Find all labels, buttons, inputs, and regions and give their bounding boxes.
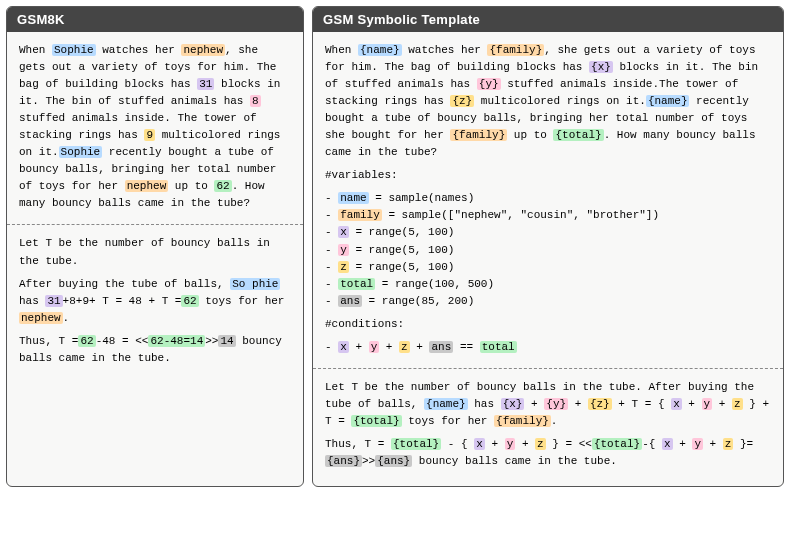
- var-row: - z = range(5, 100): [325, 259, 771, 276]
- text: +: [349, 341, 369, 353]
- variables-header: #variables:: [325, 167, 771, 184]
- text: {: [461, 438, 474, 450]
- var-def: = sample(names): [369, 192, 475, 204]
- text: toys for her: [199, 295, 285, 307]
- hl-y: {y}: [477, 78, 501, 90]
- text: +: [410, 341, 430, 353]
- text: }: [743, 398, 756, 410]
- hl-z: {z}: [588, 398, 612, 410]
- var-def: = sample(["nephew", "cousin", "brother"]…: [382, 209, 659, 221]
- text: When: [19, 44, 52, 56]
- hl-x: x: [662, 438, 673, 450]
- hl-y: {y}: [544, 398, 568, 410]
- hl-y: y: [702, 398, 713, 410]
- var-def: = range(85, 200): [362, 295, 474, 307]
- text: multicolored rings on it.: [474, 95, 646, 107]
- hl-name: {name}: [646, 95, 690, 107]
- symbolic-body: When {name} watches her {family}, she ge…: [313, 32, 783, 368]
- hl-family: {family}: [487, 44, 544, 56]
- var-def: = range(5, 100): [349, 244, 455, 256]
- var-name: name: [338, 192, 368, 204]
- var-def: = range(5, 100): [349, 226, 455, 238]
- text: When: [325, 44, 358, 56]
- hl-family: {family}: [450, 129, 507, 141]
- panel-gsm8k-header: GSM8K: [7, 7, 303, 32]
- hl-y: y: [505, 438, 516, 450]
- text: toys for her: [402, 415, 494, 427]
- panel-symbolic-header: GSM Symbolic Template: [313, 7, 783, 32]
- text: +8+9+ T = 48 + T =: [63, 295, 182, 307]
- solution-line-3: Thus, T =62-48 = <<62-48=14>>14 bouncy b…: [19, 333, 291, 367]
- hl-expr: 62-48=14: [148, 335, 205, 347]
- var-z: z: [338, 261, 349, 273]
- hl-total: {total}: [391, 438, 441, 450]
- hl-y: y: [692, 438, 703, 450]
- text: -48 = <<: [96, 335, 149, 347]
- hl-total: 62: [181, 295, 198, 307]
- text: up to: [168, 180, 214, 192]
- text: }: [733, 438, 746, 450]
- hl-z: z: [399, 341, 410, 353]
- text: =: [747, 438, 754, 450]
- hl-family: nephew: [19, 312, 63, 324]
- hl-total: {total}: [553, 129, 603, 141]
- solution-para-1: Let T be the number of bouncy balls in t…: [325, 379, 771, 430]
- panel-gsm-symbolic: GSM Symbolic Template When {name} watche…: [312, 6, 784, 487]
- hl-total: 62: [78, 335, 95, 347]
- gsm8k-problem: When Sophie watches her nephew, she gets…: [7, 32, 303, 224]
- hl-z: 9: [144, 129, 155, 141]
- condition-row: - x + y + z + ans == total: [325, 339, 771, 356]
- hl-total: total: [480, 341, 517, 353]
- var-row: - name = sample(names): [325, 190, 771, 207]
- hl-x: {x}: [589, 61, 613, 73]
- text: ==: [453, 341, 479, 353]
- var-x: x: [338, 226, 349, 238]
- text: After buying the tube of balls,: [19, 278, 230, 290]
- hl-name: {name}: [424, 398, 468, 410]
- panel-gsm8k: GSM8K When Sophie watches her nephew, sh…: [6, 6, 304, 487]
- hl-x: 31: [45, 295, 62, 307]
- text: -: [441, 438, 461, 450]
- hl-name: {name}: [358, 44, 402, 56]
- hl-family: {family}: [494, 415, 551, 427]
- symbolic-problem-text: When {name} watches her {family}, she ge…: [325, 42, 771, 161]
- text: watches her: [96, 44, 182, 56]
- hl-name: Sophie: [52, 44, 96, 56]
- var-row: - total = range(100, 500): [325, 276, 771, 293]
- text: Thus, T =: [325, 438, 391, 450]
- hl-x: x: [474, 438, 485, 450]
- text: Thus, T =: [19, 335, 78, 347]
- var-def: = range(100, 500): [375, 278, 494, 290]
- text: +: [379, 341, 399, 353]
- var-def: = range(5, 100): [349, 261, 455, 273]
- solution-line-1: Let T be the number of bouncy balls in t…: [19, 235, 291, 269]
- text: {: [658, 398, 671, 410]
- var-row: - family = sample(["nephew", "cousin", "…: [325, 207, 771, 224]
- conditions-header: #conditions:: [325, 316, 771, 333]
- hl-total: {total}: [351, 415, 401, 427]
- text: >>: [362, 455, 375, 467]
- text: .: [63, 312, 70, 324]
- text: +: [485, 438, 505, 450]
- hl-z: z: [535, 438, 546, 450]
- hl-x: x: [338, 341, 349, 353]
- text: +: [712, 398, 732, 410]
- text: -: [325, 341, 338, 353]
- hl-ans: 14: [218, 335, 235, 347]
- text: >>: [205, 335, 218, 347]
- text: up to: [507, 129, 553, 141]
- text: watches her: [402, 44, 488, 56]
- text: bouncy balls came in the tube.: [412, 455, 617, 467]
- text: .: [551, 415, 558, 427]
- text: has: [468, 398, 501, 410]
- hl-z: z: [723, 438, 734, 450]
- gsm8k-problem-text: When Sophie watches her nephew, she gets…: [19, 42, 291, 212]
- hl-total: {total}: [592, 438, 642, 450]
- hl-ans: {ans}: [375, 455, 412, 467]
- text: -: [642, 438, 649, 450]
- hl-z: {z}: [450, 95, 474, 107]
- hl-y: 8: [250, 95, 261, 107]
- text: +: [568, 398, 588, 410]
- hl-y: y: [369, 341, 380, 353]
- hl-ans: {ans}: [325, 455, 362, 467]
